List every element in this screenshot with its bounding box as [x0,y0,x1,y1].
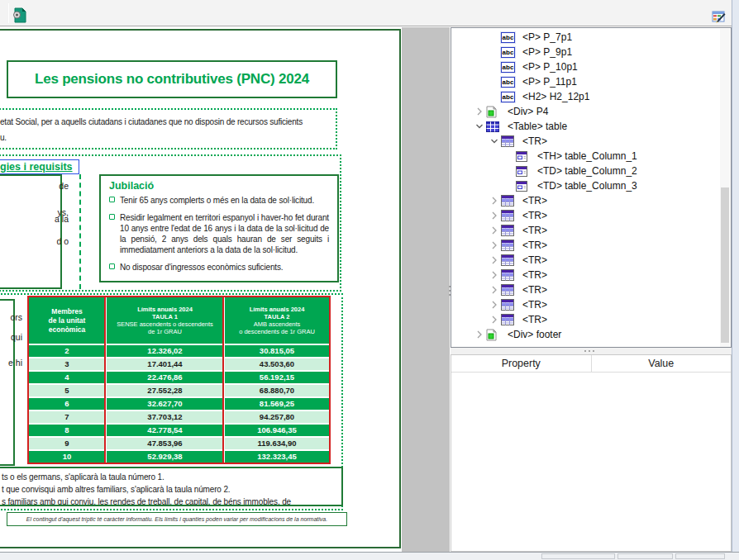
table-row-tag-icon [501,209,517,222]
intro-line-2: u. [0,133,7,142]
tree-item[interactable]: <TR> [451,282,719,297]
table-cell[interactable]: 5 [29,385,105,396]
expand-chevron-icon[interactable] [488,283,501,297]
table-cell[interactable]: 106.946,35 [225,425,329,436]
tree-item[interactable]: <TR> [451,134,719,149]
table-cell[interactable]: 37.703,12 [107,411,223,423]
tree-item[interactable]: <TR> [451,297,719,312]
expand-chevron-icon[interactable] [488,313,501,326]
tree-item-label: <P> P_11p1 [522,76,577,88]
tree-item[interactable]: abc<H2> H2_12p1 [451,89,719,104]
text-content-icon: abc [501,75,517,88]
tree-scrollbar[interactable] [720,29,730,347]
document-title: Les pensions no contributives (PNC) 2024 [35,71,309,88]
clipped-text-fragment: qui [11,332,22,342]
footer-note-box: El contingut d'aquest tríptic té caràcte… [7,512,347,526]
tree-item[interactable]: <Div> footer [451,327,719,342]
expand-chevron-icon[interactable] [488,268,501,282]
tree-item[interactable]: <TR> [451,253,719,268]
value-column-header[interactable]: Value [592,355,732,372]
table-cell[interactable]: 43.503,60 [225,358,329,370]
text-content-icon: abc [501,45,517,59]
expand-chevron-icon[interactable] [473,120,486,133]
table-cell[interactable]: 81.569,25 [225,398,329,410]
table-cell[interactable]: 3 [29,358,105,370]
tree-item[interactable]: <TD> table_Column_2 [451,164,719,178]
expand-chevron-icon[interactable] [488,298,501,311]
table-cell[interactable]: 94.257,80 [225,411,329,423]
table-cell[interactable]: 8 [29,425,105,436]
table-cell[interactable]: 10 [29,451,105,463]
tag-tree-panel: abc<P> P_7p1abc<P> P_9p1abc<P> P_10p1abc… [451,27,732,348]
tree-item-label: <TR> [522,314,547,325]
clipped-paragraph-line: ts o els germans, s'aplicarà la taula nú… [2,471,336,483]
expand-chevron-icon[interactable] [488,209,501,222]
section-heading-link[interactable]: gies i requisits [0,161,73,173]
table-cell[interactable]: 27.552,28 [107,385,223,396]
pane-splitter[interactable] [402,27,450,552]
table-cell[interactable]: 22.476,86 [107,372,223,383]
text-content-icon: abc [501,31,517,44]
table-cell[interactable]: 68.880,70 [225,385,329,396]
table-cell[interactable]: 30.815,05 [225,345,329,357]
document-gear-icon[interactable] [10,6,28,24]
expand-chevron-icon[interactable] [473,328,486,341]
table-header-cell[interactable]: Membresde la unitateconòmica [29,297,105,344]
tree-item-label: <TR> [522,135,547,147]
tree-item[interactable]: <TH> table_Column_1 [451,149,719,164]
table-cell[interactable]: 47.853,96 [107,438,223,449]
table-cell[interactable]: 4 [29,372,105,383]
expand-chevron-icon[interactable] [488,239,501,252]
expand-chevron-icon[interactable] [488,254,501,267]
tree-item[interactable]: abc<P> P_10p1 [451,59,719,74]
table-cell[interactable]: 2 [29,345,105,357]
scrollbar-thumb[interactable] [721,187,729,343]
tree-item-label: <TD> table_Column_2 [537,165,637,177]
tree-item[interactable]: abc<P> P_7p1 [451,30,719,45]
table-cell[interactable]: 119.634,90 [225,438,329,449]
table-cell[interactable]: 7 [29,411,105,423]
table-cell[interactable]: 132.323,45 [225,451,329,463]
expand-chevron-icon[interactable] [488,194,501,207]
chevron-placeholder [488,45,501,59]
tree-item[interactable]: <Table> table [451,119,719,134]
checkbox-bullet-icon [109,197,115,202]
tree-item[interactable]: <TR> [451,193,719,208]
expand-chevron-icon[interactable] [488,224,501,237]
tree-item[interactable]: <TR> [451,238,719,253]
table-cell[interactable]: 9 [29,438,105,449]
pdf-page[interactable]: Les pensions no contributives (PNC) 2024… [0,29,401,548]
footer-note: El contingut d'aquest tríptic té caràcte… [26,516,327,522]
clipped-paragraph-line: s familiars amb qui conviu, les rendes d… [2,496,336,506]
tree-item-label: <Table> table [508,121,567,132]
tree-item[interactable]: <TR> [451,312,719,327]
limits-table[interactable]: Membresde la unitateconòmicaLímits anual… [27,296,331,464]
table-cell[interactable]: 12.326,02 [107,345,223,357]
dashed-column-divider [79,174,81,289]
table-cell-tag-icon [516,179,532,192]
tree-item[interactable]: <TR> [451,268,719,282]
table-cell[interactable]: 52.929,38 [107,451,223,463]
table-header-cell[interactable]: Límits anuals 2024TAULA 2AMB ascendentso… [225,297,329,344]
expand-chevron-icon[interactable] [473,105,486,118]
table-cell[interactable]: 6 [29,398,105,410]
tree-item-label: <TR> [522,299,547,311]
expand-chevron-icon[interactable] [488,135,501,148]
table-header-cell[interactable]: Límits anuals 2024TAULA 1SENSE ascendent… [107,297,223,344]
tree-item[interactable]: abc<P> P_9p1 [451,45,719,59]
property-column-header[interactable]: Property [451,355,592,372]
table-cell[interactable]: 56.192,15 [225,372,329,383]
tree-item[interactable]: <TR> [451,208,719,223]
table-edit-pen-icon[interactable] [709,7,727,26]
document-viewer[interactable]: Les pensions no contributives (PNC) 2024… [0,27,402,552]
horizontal-splitter[interactable] [451,348,732,354]
table-cell[interactable]: 42.778,54 [107,425,223,436]
tree-item[interactable]: <TD> table_Column_3 [451,178,719,193]
table-cell[interactable]: 32.627,70 [107,398,223,410]
intro-dotted-box [0,108,337,149]
table-cell[interactable]: 17.401,44 [107,358,223,370]
tree-item[interactable]: abc<P> P_11p1 [451,74,719,89]
tree-item[interactable]: <Div> P4 [451,104,719,119]
chevron-placeholder [488,60,501,74]
tree-item[interactable]: <TR> [451,223,719,238]
